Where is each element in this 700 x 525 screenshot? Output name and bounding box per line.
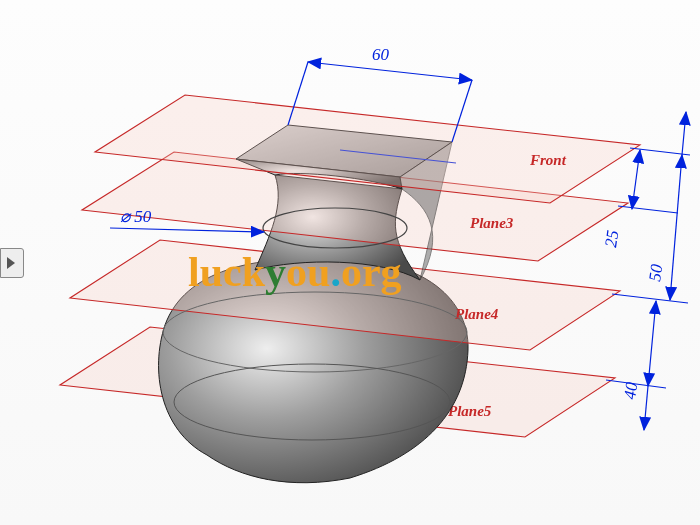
dim-tail2 [682, 112, 686, 155]
dim25-text: 25 [601, 229, 622, 248]
dim25-line [632, 150, 640, 209]
dim-dia50-leader [110, 228, 264, 232]
wm-part-luck: luck [188, 249, 265, 295]
dim60-text: 60 [372, 45, 390, 64]
dim60-line [308, 62, 472, 80]
dim50-text: 50 [645, 263, 666, 283]
cad-viewport[interactable]: Plane5 Plane4 Plane3 Front 60 [0, 0, 700, 525]
plane3-label: Plane3 [470, 215, 514, 231]
dim50-line [670, 155, 682, 300]
front-plane-label: Front [529, 152, 567, 168]
wm-part-dot: . [330, 249, 341, 295]
ext-p3a [618, 206, 678, 213]
plane5-label: Plane5 [448, 403, 492, 419]
wm-part-ou: ou [286, 249, 330, 295]
plane4-label: Plane4 [455, 306, 499, 322]
watermark: luckyou.org [188, 248, 402, 296]
wm-part-org: org [341, 249, 402, 295]
dim-dia50-text: ⌀ 50 [120, 207, 152, 226]
dim40-line [648, 301, 656, 386]
dim40-text: 40 [620, 381, 641, 401]
wm-part-y: y [265, 249, 286, 295]
dim-tail1 [644, 386, 648, 430]
ext-p4 [612, 294, 688, 303]
